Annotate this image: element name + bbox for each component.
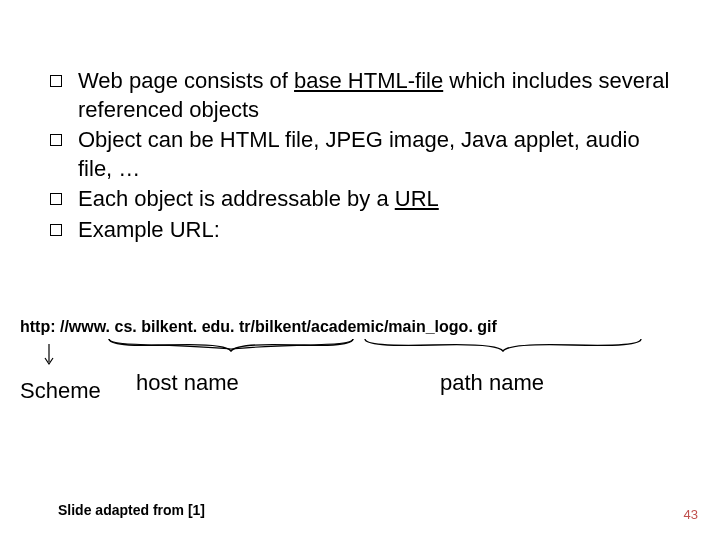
arrow-down-icon bbox=[42, 342, 56, 370]
list-item: Each object is addressable by a URL bbox=[50, 185, 670, 214]
list-item: Web page consists of base HTML-file whic… bbox=[50, 67, 670, 124]
bullet-text: Each object is addressable by a URL bbox=[78, 185, 670, 214]
host-name-label: host name bbox=[136, 370, 239, 396]
page-number: 43 bbox=[684, 507, 698, 522]
example-url: http: //www. cs. bilkent. edu. tr/bilken… bbox=[20, 318, 497, 336]
bullet-text: Web page consists of base HTML-file whic… bbox=[78, 67, 670, 124]
brace-icon bbox=[107, 337, 355, 359]
square-bullet-icon bbox=[50, 224, 62, 236]
scheme-label: Scheme bbox=[20, 378, 101, 404]
brace-icon bbox=[363, 337, 643, 359]
bullet-text: Object can be HTML file, JPEG image, Jav… bbox=[78, 126, 670, 183]
square-bullet-icon bbox=[50, 193, 62, 205]
bullet-list: Web page consists of base HTML-file whic… bbox=[50, 67, 670, 247]
list-item: Example URL: bbox=[50, 216, 670, 245]
footer-note: Slide adapted from [1] bbox=[58, 502, 205, 518]
square-bullet-icon bbox=[50, 75, 62, 87]
square-bullet-icon bbox=[50, 134, 62, 146]
path-name-label: path name bbox=[440, 370, 544, 396]
bullet-text: Example URL: bbox=[78, 216, 670, 245]
list-item: Object can be HTML file, JPEG image, Jav… bbox=[50, 126, 670, 183]
